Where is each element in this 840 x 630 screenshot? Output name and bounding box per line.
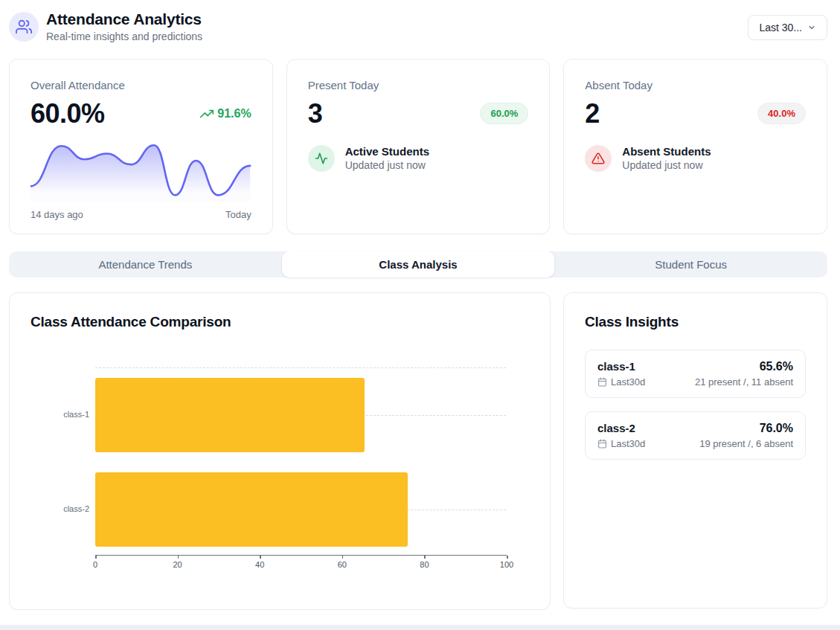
calendar-icon: [597, 377, 607, 387]
insight-class-name: class-1: [597, 360, 635, 373]
present-percentage-badge: 60.0%: [480, 103, 528, 124]
stat-cards-row: Overall Attendance 60.0% 91.6% 14: [9, 59, 827, 234]
class-attendance-bar-chart: class-1 class-2 0 20 40 60 80 100: [31, 353, 529, 579]
info-title: Absent Students: [622, 145, 711, 158]
tab-attendance-trends[interactable]: Attendance Trends: [9, 251, 282, 277]
insight-percent: 65.6%: [760, 360, 793, 373]
calendar-icon: [597, 439, 607, 449]
class-attendance-comparison-panel: Class Attendance Comparison class-1 clas…: [9, 292, 551, 610]
sparkline-start-label: 14 days ago: [31, 209, 83, 220]
chart-title: Class Attendance Comparison: [31, 314, 529, 330]
activity-icon: [308, 145, 335, 172]
insight-detail: 19 present /, 6 absent: [699, 438, 793, 449]
present-today-card: Present Today 3 60.0% Active Students Up…: [286, 59, 551, 234]
trend-value: 91.6%: [217, 107, 251, 120]
bar-class-2[interactable]: [95, 472, 408, 547]
insight-range-label: Last30d: [611, 376, 645, 388]
page-title: Attendance Analytics: [46, 10, 202, 28]
attendance-sparkline-chart: [31, 138, 251, 202]
analytics-tabbar: Attendance Trends Class Analysis Student…: [9, 251, 827, 277]
card-label: Overall Attendance: [31, 79, 251, 91]
overall-attendance-card: Overall Attendance 60.0% 91.6% 14: [9, 59, 273, 234]
y-axis-label-class-2: class-2: [31, 504, 89, 513]
tab-student-focus[interactable]: Student Focus: [554, 251, 827, 277]
info-title: Active Students: [345, 145, 429, 158]
absent-today-card: Absent Today 2 40.0% Absent Students Upd…: [563, 59, 827, 234]
date-range-dropdown[interactable]: Last 30...: [748, 15, 827, 40]
page-header: Attendance Analytics Real-time insights …: [0, 0, 840, 42]
insight-item-class-2: class-2 76.0% Last30d 19 present /, 6 ab…: [585, 411, 806, 460]
date-range-label: Last 30...: [759, 22, 802, 33]
next-section-edge: [0, 625, 840, 630]
trending-up-icon: [200, 107, 214, 120]
class-insights-panel: Class Insights class-1 65.6% Last30d 21 …: [563, 292, 827, 608]
info-subtitle: Updated just now: [622, 159, 711, 171]
insight-item-class-1: class-1 65.6% Last30d 21 present /, 11 a…: [585, 350, 806, 398]
present-today-value: 3: [308, 99, 323, 129]
absent-percentage-badge: 40.0%: [757, 103, 806, 124]
overall-attendance-value: 60.0%: [31, 99, 105, 129]
insight-detail: 21 present /, 11 absent: [695, 376, 793, 388]
info-subtitle: Updated just now: [345, 159, 429, 171]
absent-today-value: 2: [585, 99, 600, 129]
users-icon: [9, 12, 39, 42]
card-label: Present Today: [308, 79, 529, 91]
insights-title: Class Insights: [585, 314, 806, 330]
bar-class-1[interactable]: [95, 378, 365, 452]
insight-range-label: Last30d: [611, 438, 645, 449]
alert-triangle-icon: [585, 145, 612, 172]
page-subtitle: Real-time insights and predictions: [46, 30, 202, 42]
x-axis: [95, 555, 507, 556]
tab-class-analysis[interactable]: Class Analysis: [282, 251, 555, 277]
trend-indicator: 91.6%: [200, 107, 251, 120]
card-label: Absent Today: [585, 79, 806, 91]
gridline: [95, 367, 506, 368]
y-axis-label-class-1: class-1: [31, 410, 89, 419]
sparkline-end-label: Today: [225, 209, 251, 220]
x-axis-tick-labels: 0 20 40 60 80 100: [95, 560, 507, 570]
insight-percent: 76.0%: [760, 422, 793, 435]
chevron-down-icon: [807, 23, 816, 32]
insight-class-name: class-2: [597, 422, 635, 434]
